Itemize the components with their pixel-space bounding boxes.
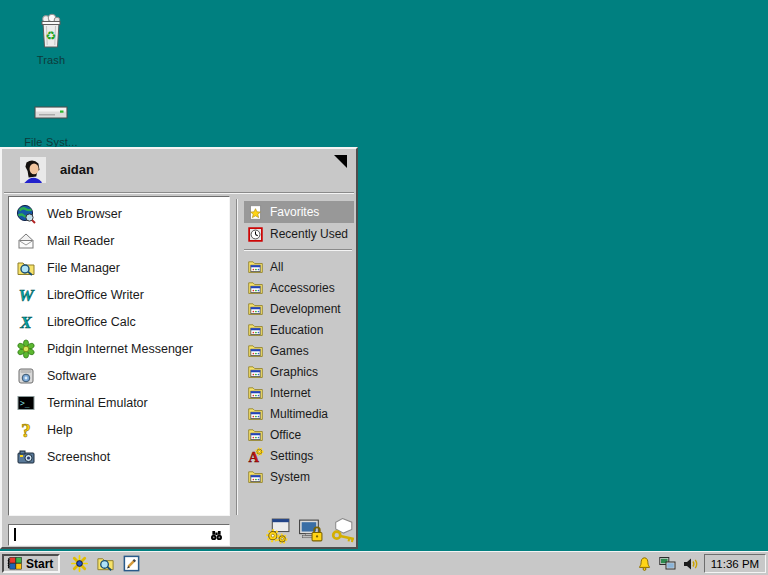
menu-item-label: Terminal Emulator	[47, 396, 148, 410]
desktop-icon-image	[12, 8, 90, 54]
category-education[interactable]: Education	[244, 319, 354, 340]
menu-item-icon	[16, 339, 36, 359]
start-button-label: Start	[26, 557, 53, 571]
category-icon	[247, 258, 264, 275]
category-office[interactable]: Office	[244, 424, 354, 445]
category-label: System	[270, 470, 310, 484]
menu-item-help[interactable]: Help	[9, 416, 229, 443]
start-menu: aidan Web Browser Mail Reader File Manag…	[0, 147, 358, 549]
menu-item-label: File Manager	[47, 261, 120, 275]
menu-category-column: Favorites Recently Used All	[244, 201, 354, 487]
category-recently-used[interactable]: Recently Used	[244, 223, 354, 245]
menu-item-label: Screenshot	[47, 450, 110, 464]
category-label: Favorites	[270, 205, 319, 219]
desktop-icon-trash[interactable]: Trash	[12, 8, 90, 82]
find-binoculars-icon	[209, 528, 224, 543]
system-tray	[636, 555, 699, 573]
category-internet[interactable]: Internet	[244, 382, 354, 403]
menu-corner-triangle	[334, 155, 347, 168]
log-out-button[interactable]	[330, 517, 357, 544]
category-icon	[247, 342, 264, 359]
menu-item-libreoffice-calc[interactable]: LibreOffice Calc	[9, 308, 229, 335]
menu-item-label: LibreOffice Writer	[47, 288, 144, 302]
desktop-icon-label: Trash	[12, 54, 90, 66]
quicklaunch-starburst[interactable]	[70, 554, 89, 573]
category-label: Graphics	[270, 365, 318, 379]
menu-session-buttons	[264, 517, 357, 544]
menu-item-label: Software	[47, 369, 96, 383]
category-system[interactable]: System	[244, 466, 354, 487]
category-icon	[247, 363, 264, 380]
menu-item-label: Mail Reader	[47, 234, 114, 248]
category-all[interactable]: All	[244, 256, 354, 277]
menu-favorites-list: Web Browser Mail Reader File Manager Lib…	[8, 196, 230, 516]
menu-item-icon	[16, 312, 36, 332]
category-separator	[244, 249, 352, 251]
menu-user-header: aidan	[2, 149, 356, 192]
category-label: Settings	[270, 449, 313, 463]
category-icon	[247, 279, 264, 296]
menu-item-label: Pidgin Internet Messenger	[47, 342, 193, 356]
menu-item-icon	[16, 204, 36, 224]
menu-column-separator	[236, 199, 238, 515]
menu-item-mail-reader[interactable]: Mail Reader	[9, 227, 229, 254]
clock-text: 11:36 PM	[711, 558, 759, 570]
category-favorites[interactable]: Favorites	[244, 201, 354, 223]
category-label: Multimedia	[270, 407, 328, 421]
menu-item-pidgin[interactable]: Pidgin Internet Messenger	[9, 335, 229, 362]
menu-item-label: LibreOffice Calc	[47, 315, 136, 329]
menu-item-icon	[16, 231, 36, 251]
run-command-button[interactable]	[264, 517, 291, 544]
start-button[interactable]: Start	[2, 554, 60, 573]
menu-item-label: Web Browser	[47, 207, 122, 221]
lock-session-button[interactable]	[297, 517, 324, 544]
category-games[interactable]: Games	[244, 340, 354, 361]
menu-header-separator	[4, 192, 354, 194]
category-label: Accessories	[270, 281, 335, 295]
quick-launch-area	[70, 554, 141, 573]
category-development[interactable]: Development	[244, 298, 354, 319]
search-input[interactable]	[11, 526, 205, 542]
taskbar-clock[interactable]: 11:36 PM	[704, 554, 766, 573]
category-graphics[interactable]: Graphics	[244, 361, 354, 382]
quicklaunch-file-manager[interactable]	[96, 554, 115, 573]
menu-item-icon	[16, 393, 36, 413]
category-icon	[247, 384, 264, 401]
category-icon	[247, 300, 264, 317]
user-avatar-icon	[20, 157, 46, 183]
notifications-bell-tray-icon[interactable]	[636, 556, 653, 572]
category-label: Games	[270, 344, 309, 358]
menu-user-name: aidan	[60, 162, 94, 177]
category-icon	[247, 468, 264, 485]
menu-item-icon	[16, 258, 36, 278]
category-icon	[247, 226, 264, 243]
category-label: Recently Used	[270, 227, 348, 241]
start-logo-icon	[6, 556, 23, 571]
menu-item-libreoffice-writer[interactable]: LibreOffice Writer	[9, 281, 229, 308]
category-settings[interactable]: Settings	[244, 445, 354, 466]
menu-item-icon	[16, 285, 36, 305]
menu-item-icon	[16, 447, 36, 467]
menu-category-top-group: Favorites Recently Used	[244, 201, 354, 245]
menu-item-icon	[16, 366, 36, 386]
menu-item-screenshot[interactable]: Screenshot	[9, 443, 229, 470]
category-label: Internet	[270, 386, 311, 400]
desktop-icon-image	[12, 90, 90, 136]
network-monitor-tray-icon[interactable]	[659, 556, 676, 572]
menu-search-box[interactable]	[8, 524, 230, 546]
menu-item-file-manager[interactable]: File Manager	[9, 254, 229, 281]
category-multimedia[interactable]: Multimedia	[244, 403, 354, 424]
taskbar: Start 11:36 PM	[0, 551, 768, 575]
volume-tray-icon[interactable]	[682, 556, 699, 572]
menu-item-label: Help	[47, 423, 73, 437]
menu-item-software[interactable]: Software	[9, 362, 229, 389]
category-icon	[247, 405, 264, 422]
category-accessories[interactable]: Accessories	[244, 277, 354, 298]
menu-item-web-browser[interactable]: Web Browser	[9, 200, 229, 227]
menu-item-terminal[interactable]: Terminal Emulator	[9, 389, 229, 416]
quicklaunch-editor[interactable]	[122, 554, 141, 573]
category-icon	[247, 426, 264, 443]
category-icon	[247, 204, 264, 221]
category-label: All	[270, 260, 283, 274]
category-icon	[247, 321, 264, 338]
